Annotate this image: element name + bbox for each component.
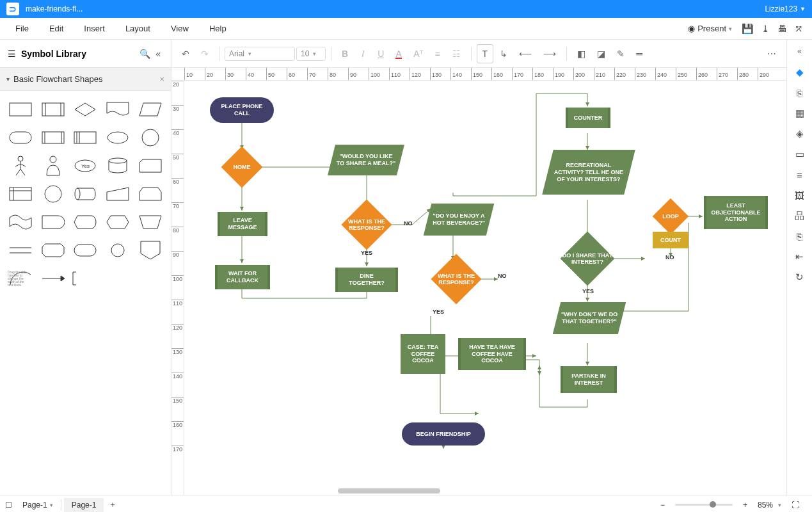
- shape-decision[interactable]: [70, 96, 101, 123]
- node-hot-beverage[interactable]: "DO YOU ENJOY A HOT BEVERAGE?": [424, 204, 494, 236]
- user-menu[interactable]: Lizzie123 ▼: [765, 4, 806, 13]
- shape-cylinder-h[interactable]: [70, 181, 101, 207]
- export-panel-icon[interactable]: ⎘: [790, 83, 809, 102]
- shape-parallel[interactable]: [5, 237, 36, 264]
- shape-stored-data[interactable]: [70, 124, 101, 151]
- print-icon[interactable]: 🖶: [774, 20, 791, 36]
- redo-button[interactable]: ↷: [196, 45, 214, 63]
- fill-button[interactable]: ◧: [572, 45, 591, 63]
- image-panel-icon[interactable]: 🖼: [790, 186, 809, 205]
- shape-preparation[interactable]: [102, 209, 134, 236]
- node-place-phone-call[interactable]: PLACE PHONE CALL: [210, 97, 274, 123]
- shape-loop-limit[interactable]: [134, 181, 166, 207]
- menu-layout[interactable]: Layout: [115, 20, 161, 37]
- align-button[interactable]: ≡: [429, 45, 446, 63]
- menu-file[interactable]: File: [5, 20, 39, 37]
- line-start-button[interactable]: ⟵: [514, 45, 537, 63]
- text-tool-button[interactable]: T: [477, 44, 494, 63]
- fit-screen-icon[interactable]: ⛶: [786, 498, 804, 512]
- close-section-icon[interactable]: ×: [159, 74, 164, 84]
- node-rec-activity[interactable]: RECREATIONAL ACTIVITY? TELL HE ONE OF YO…: [542, 150, 635, 195]
- shape-delay[interactable]: [38, 209, 69, 236]
- shape-subprocess[interactable]: [38, 96, 69, 123]
- grid-panel-icon[interactable]: ▦: [790, 104, 809, 123]
- menu-help[interactable]: Help: [199, 20, 237, 37]
- shape-circle2[interactable]: [38, 181, 69, 207]
- shape-person[interactable]: [38, 152, 69, 179]
- layers-panel-icon[interactable]: ◈: [790, 124, 809, 143]
- tree-panel-icon[interactable]: 品: [790, 206, 809, 225]
- history-panel-icon[interactable]: ↻: [790, 268, 809, 287]
- menu-insert[interactable]: Insert: [74, 20, 115, 37]
- node-dine-together[interactable]: DINE TOGETHER?: [335, 268, 398, 292]
- zoom-in-button[interactable]: +: [738, 498, 752, 512]
- shape-ellipse[interactable]: [102, 124, 134, 151]
- outline-view-icon[interactable]: ☐: [0, 498, 17, 512]
- shape-circle[interactable]: [134, 124, 166, 151]
- node-counter[interactable]: COUNTER: [566, 108, 610, 128]
- menu-edit[interactable]: Edit: [39, 20, 74, 37]
- node-why-together[interactable]: "WHY DON'T WE DO THAT TOGETHER?": [553, 302, 626, 334]
- node-wait-callback[interactable]: WAIT FOR CALLBACK: [215, 265, 270, 289]
- shape-rounded-box[interactable]: [38, 237, 69, 264]
- shape-card[interactable]: [134, 152, 166, 179]
- italic-button[interactable]: I: [354, 45, 371, 63]
- font-size-select[interactable]: 10▾: [296, 47, 326, 61]
- node-least-objectionable[interactable]: LEAST OBJECTIONABLE ACTION: [704, 196, 768, 229]
- add-page-button[interactable]: ＋: [104, 497, 122, 513]
- node-share-meal[interactable]: "WOULD YOU LIKE TO SHARE A MEAL?": [328, 145, 404, 175]
- more-button[interactable]: ⋯: [762, 45, 781, 63]
- node-begin-friendship[interactable]: BEGIN FRIENDSHIP: [402, 422, 485, 446]
- shape-database[interactable]: [102, 152, 134, 179]
- search-icon[interactable]: 🔍: [137, 46, 153, 61]
- undo-button[interactable]: ↶: [177, 45, 195, 63]
- text-size-button[interactable]: Aᵀ: [408, 45, 427, 63]
- line-weight-button[interactable]: ═: [631, 45, 648, 63]
- font-color-button[interactable]: A: [390, 45, 407, 63]
- share-icon[interactable]: ⤱: [791, 20, 807, 37]
- list-button[interactable]: ☷: [447, 45, 466, 63]
- shape-yes-ellipse[interactable]: Yes: [70, 152, 101, 179]
- shape-predefined[interactable]: [38, 124, 69, 151]
- collapse-left-icon[interactable]: «: [153, 46, 163, 61]
- h-scrollbar[interactable]: [338, 487, 620, 495]
- shape-offpage[interactable]: [134, 237, 166, 264]
- slides-panel-icon[interactable]: ▭: [790, 145, 809, 164]
- shape-annotation[interactable]: Drag the side handles to change the widt…: [70, 265, 101, 292]
- line-color-button[interactable]: ✎: [612, 45, 630, 63]
- shape-document[interactable]: [102, 96, 134, 123]
- page-tab-1[interactable]: Page-1: [64, 498, 104, 512]
- line-end-button[interactable]: ⟶: [538, 45, 561, 63]
- shape-process[interactable]: [5, 96, 36, 123]
- present-button[interactable]: ◉ Present ▾: [682, 20, 738, 36]
- shape-arrow[interactable]: [38, 265, 69, 292]
- bold-button[interactable]: B: [337, 45, 353, 63]
- connector-style-button[interactable]: ↳: [495, 45, 513, 63]
- menu-view[interactable]: View: [161, 20, 199, 37]
- collapse-right-icon[interactable]: «: [790, 44, 809, 59]
- shape-connector[interactable]: [102, 237, 134, 264]
- shape-tape[interactable]: [5, 209, 36, 236]
- page-selector[interactable]: Page-1▾: [17, 498, 58, 512]
- shape-pill[interactable]: [70, 237, 101, 264]
- zoom-out-button[interactable]: −: [655, 498, 670, 512]
- shapes-section-header[interactable]: ▾ Basic Flowchart Shapes ×: [0, 68, 171, 91]
- font-family-select[interactable]: Arial▾: [225, 47, 295, 61]
- shape-actor[interactable]: [5, 152, 36, 179]
- node-leave-message[interactable]: LEAVE MESSAGE: [218, 212, 267, 236]
- shape-display[interactable]: [70, 209, 101, 236]
- underline-button[interactable]: U: [372, 45, 389, 63]
- clipboard-panel-icon[interactable]: ⎘: [790, 227, 809, 246]
- shape-internal-storage[interactable]: [5, 181, 36, 207]
- save-icon[interactable]: 💾: [738, 20, 758, 37]
- canvas[interactable]: PLACE PHONE CALL HOME LEAVE MESSAGE WAIT…: [184, 81, 786, 495]
- shape-terminator[interactable]: [5, 124, 36, 151]
- canvas-page[interactable]: PLACE PHONE CALL HOME LEAVE MESSAGE WAIT…: [197, 81, 786, 490]
- node-partake[interactable]: PARTAKE IN INTEREST: [561, 366, 617, 393]
- download-icon[interactable]: ⤓: [758, 20, 774, 37]
- style-panel-icon[interactable]: ◆: [790, 63, 809, 82]
- shape-data[interactable]: [134, 96, 166, 123]
- indent-panel-icon[interactable]: ⇤: [790, 247, 809, 266]
- data-panel-icon[interactable]: ≡: [790, 165, 809, 184]
- shape-manual-input[interactable]: [102, 181, 134, 207]
